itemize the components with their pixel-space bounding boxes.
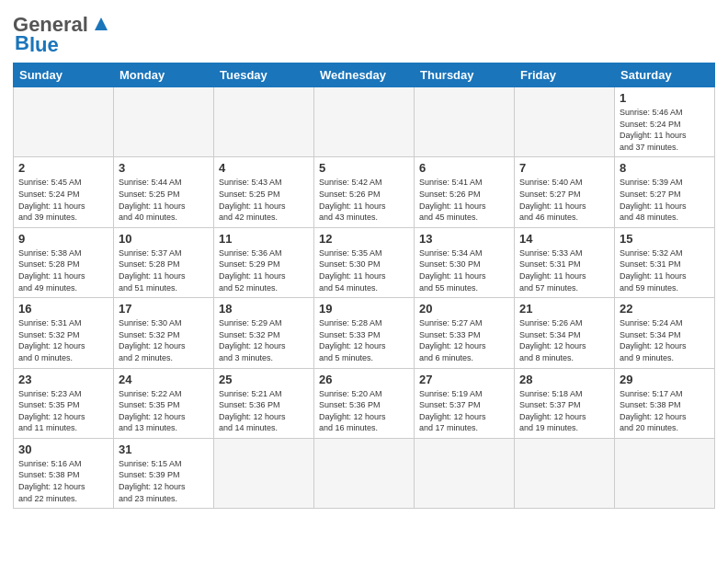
day-number: 21 <box>519 302 609 316</box>
day-info: Sunrise: 5:42 AM Sunset: 5:26 PM Dayligh… <box>319 177 409 223</box>
table-row: 14Sunrise: 5:33 AM Sunset: 5:31 PM Dayli… <box>515 227 615 297</box>
table-row: 25Sunrise: 5:21 AM Sunset: 5:36 PM Dayli… <box>214 368 314 438</box>
table-row: 4Sunrise: 5:43 AM Sunset: 5:25 PM Daylig… <box>214 157 314 227</box>
day-number: 13 <box>419 232 509 246</box>
col-monday: Monday <box>114 63 214 87</box>
table-row: 7Sunrise: 5:40 AM Sunset: 5:27 PM Daylig… <box>515 157 615 227</box>
day-number: 4 <box>219 161 309 175</box>
calendar-week-row: 16Sunrise: 5:31 AM Sunset: 5:32 PM Dayli… <box>14 298 715 368</box>
table-row: 19Sunrise: 5:28 AM Sunset: 5:33 PM Dayli… <box>314 298 415 368</box>
day-number: 18 <box>219 302 309 316</box>
table-row: 26Sunrise: 5:20 AM Sunset: 5:36 PM Dayli… <box>314 368 415 438</box>
day-number: 23 <box>18 373 108 386</box>
day-info: Sunrise: 5:45 AM Sunset: 5:24 PM Dayligh… <box>18 177 108 223</box>
table-row: 10Sunrise: 5:37 AM Sunset: 5:28 PM Dayli… <box>114 227 214 297</box>
day-number: 1 <box>620 91 710 105</box>
day-info: Sunrise: 5:36 AM Sunset: 5:29 PM Dayligh… <box>219 247 309 293</box>
day-info: Sunrise: 5:38 AM Sunset: 5:28 PM Dayligh… <box>18 247 108 293</box>
table-row: 13Sunrise: 5:34 AM Sunset: 5:30 PM Dayli… <box>415 227 515 297</box>
table-row: 29Sunrise: 5:17 AM Sunset: 5:38 PM Dayli… <box>615 368 715 438</box>
day-number: 22 <box>620 302 710 316</box>
day-info: Sunrise: 5:24 AM Sunset: 5:34 PM Dayligh… <box>620 317 710 363</box>
table-row <box>515 87 615 157</box>
day-number: 25 <box>219 373 309 386</box>
table-row: 2Sunrise: 5:45 AM Sunset: 5:24 PM Daylig… <box>14 157 114 227</box>
day-info: Sunrise: 5:20 AM Sunset: 5:36 PM Dayligh… <box>319 388 409 434</box>
day-info: Sunrise: 5:21 AM Sunset: 5:36 PM Dayligh… <box>219 388 309 434</box>
day-number: 8 <box>620 161 710 175</box>
day-info: Sunrise: 5:26 AM Sunset: 5:34 PM Dayligh… <box>519 317 609 363</box>
table-row <box>314 438 415 508</box>
day-number: 26 <box>319 373 409 386</box>
day-number: 27 <box>419 373 509 386</box>
table-row <box>214 87 314 157</box>
day-info: Sunrise: 5:30 AM Sunset: 5:32 PM Dayligh… <box>119 317 209 363</box>
table-row: 27Sunrise: 5:19 AM Sunset: 5:37 PM Dayli… <box>415 368 515 438</box>
day-number: 5 <box>319 161 409 175</box>
table-row: 18Sunrise: 5:29 AM Sunset: 5:32 PM Dayli… <box>214 298 314 368</box>
table-row: 15Sunrise: 5:32 AM Sunset: 5:31 PM Dayli… <box>615 227 715 297</box>
col-thursday: Thursday <box>415 63 515 87</box>
day-number: 24 <box>119 373 209 386</box>
table-row: 1Sunrise: 5:46 AM Sunset: 5:24 PM Daylig… <box>615 87 715 157</box>
day-info: Sunrise: 5:46 AM Sunset: 5:24 PM Dayligh… <box>620 107 710 153</box>
day-info: Sunrise: 5:34 AM Sunset: 5:30 PM Dayligh… <box>419 247 509 293</box>
table-row: 20Sunrise: 5:27 AM Sunset: 5:33 PM Dayli… <box>415 298 515 368</box>
table-row: 31Sunrise: 5:15 AM Sunset: 5:39 PM Dayli… <box>114 438 214 508</box>
day-number: 30 <box>18 442 108 456</box>
day-number: 17 <box>119 302 209 316</box>
calendar-header-row: Sunday Monday Tuesday Wednesday Thursday… <box>14 63 715 87</box>
day-number: 15 <box>620 232 710 246</box>
header: G eneral B lue <box>13 9 715 57</box>
table-row: 12Sunrise: 5:35 AM Sunset: 5:30 PM Dayli… <box>314 227 415 297</box>
calendar-week-row: 2Sunrise: 5:45 AM Sunset: 5:24 PM Daylig… <box>14 157 715 227</box>
day-info: Sunrise: 5:44 AM Sunset: 5:25 PM Dayligh… <box>119 177 209 223</box>
day-number: 29 <box>620 373 710 386</box>
day-info: Sunrise: 5:32 AM Sunset: 5:31 PM Dayligh… <box>620 247 710 293</box>
table-row: 21Sunrise: 5:26 AM Sunset: 5:34 PM Dayli… <box>515 298 615 368</box>
col-wednesday: Wednesday <box>314 63 415 87</box>
logo-lue: lue <box>29 33 59 57</box>
day-info: Sunrise: 5:18 AM Sunset: 5:37 PM Dayligh… <box>519 388 609 434</box>
day-info: Sunrise: 5:27 AM Sunset: 5:33 PM Dayligh… <box>419 317 509 363</box>
table-row <box>114 87 214 157</box>
table-row: 5Sunrise: 5:42 AM Sunset: 5:26 PM Daylig… <box>314 157 415 227</box>
table-row <box>515 438 615 508</box>
table-row: 30Sunrise: 5:16 AM Sunset: 5:38 PM Dayli… <box>14 438 114 508</box>
day-info: Sunrise: 5:40 AM Sunset: 5:27 PM Dayligh… <box>519 177 609 223</box>
day-info: Sunrise: 5:29 AM Sunset: 5:32 PM Dayligh… <box>219 317 309 363</box>
table-row: 8Sunrise: 5:39 AM Sunset: 5:27 PM Daylig… <box>615 157 715 227</box>
svg-marker-0 <box>95 17 108 30</box>
table-row: 6Sunrise: 5:41 AM Sunset: 5:26 PM Daylig… <box>415 157 515 227</box>
col-tuesday: Tuesday <box>214 63 314 87</box>
day-number: 19 <box>319 302 409 316</box>
table-row <box>615 438 715 508</box>
day-number: 20 <box>419 302 509 316</box>
day-info: Sunrise: 5:37 AM Sunset: 5:28 PM Dayligh… <box>119 247 209 293</box>
logo-blue-b: B <box>15 33 29 57</box>
calendar-week-row: 30Sunrise: 5:16 AM Sunset: 5:38 PM Dayli… <box>14 438 715 508</box>
day-info: Sunrise: 5:17 AM Sunset: 5:38 PM Dayligh… <box>620 388 710 434</box>
col-sunday: Sunday <box>14 63 114 87</box>
calendar-week-row: 1Sunrise: 5:46 AM Sunset: 5:24 PM Daylig… <box>14 87 715 157</box>
day-number: 2 <box>18 161 108 175</box>
table-row: 17Sunrise: 5:30 AM Sunset: 5:32 PM Dayli… <box>114 298 214 368</box>
table-row <box>415 87 515 157</box>
col-saturday: Saturday <box>615 63 715 87</box>
day-info: Sunrise: 5:16 AM Sunset: 5:38 PM Dayligh… <box>18 458 108 504</box>
page: G eneral B lue Sunday Monday Tuesday Wed… <box>0 0 728 563</box>
table-row: 11Sunrise: 5:36 AM Sunset: 5:29 PM Dayli… <box>214 227 314 297</box>
logo-area: G eneral B lue <box>13 9 111 57</box>
table-row: 16Sunrise: 5:31 AM Sunset: 5:32 PM Dayli… <box>14 298 114 368</box>
table-row: 23Sunrise: 5:23 AM Sunset: 5:35 PM Dayli… <box>14 368 114 438</box>
table-row <box>415 438 515 508</box>
calendar-table: Sunday Monday Tuesday Wednesday Thursday… <box>13 63 715 509</box>
table-row: 9Sunrise: 5:38 AM Sunset: 5:28 PM Daylig… <box>14 227 114 297</box>
table-row: 28Sunrise: 5:18 AM Sunset: 5:37 PM Dayli… <box>515 368 615 438</box>
day-number: 16 <box>18 302 108 316</box>
day-number: 28 <box>519 373 609 386</box>
day-info: Sunrise: 5:43 AM Sunset: 5:25 PM Dayligh… <box>219 177 309 223</box>
logo-blue-row: B lue <box>15 33 59 57</box>
day-info: Sunrise: 5:39 AM Sunset: 5:27 PM Dayligh… <box>620 177 710 223</box>
day-info: Sunrise: 5:28 AM Sunset: 5:33 PM Dayligh… <box>319 317 409 363</box>
